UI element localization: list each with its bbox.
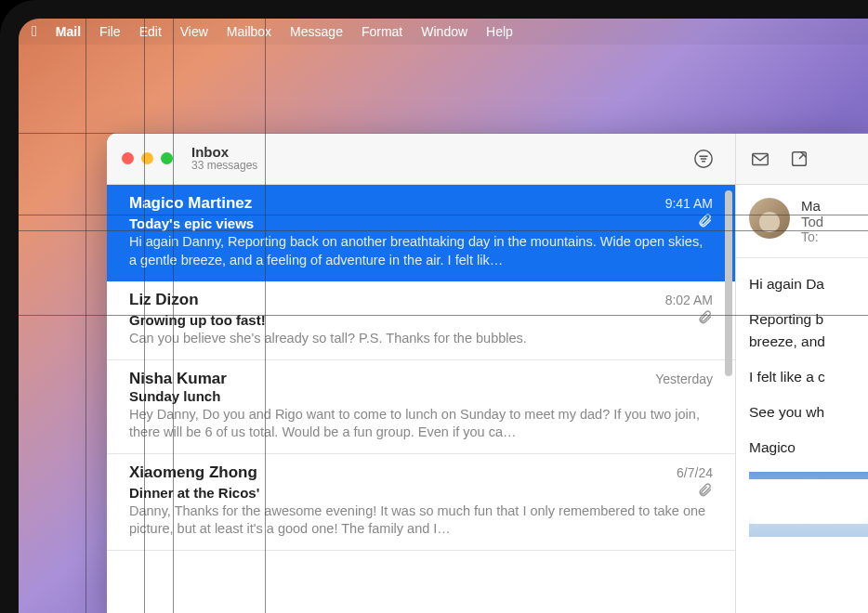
message-preview: Hey Danny, Do you and Rigo want to come … bbox=[129, 406, 713, 442]
reading-toolbar bbox=[736, 133, 868, 185]
menu-bar:  Mail File Edit View Mailbox Message Fo… bbox=[19, 19, 868, 45]
envelope-icon bbox=[750, 149, 770, 169]
menu-edit[interactable]: Edit bbox=[139, 24, 162, 39]
message-subject: Today's epic views bbox=[129, 215, 697, 231]
window-controls bbox=[122, 152, 173, 164]
message-subject: Sunday lunch bbox=[129, 388, 713, 404]
message-sender: Nisha Kumar bbox=[129, 370, 655, 388]
reading-subject: Tod bbox=[801, 214, 823, 229]
body-line: Magico bbox=[749, 437, 868, 459]
message-time: 9:41 AM bbox=[665, 196, 713, 211]
message-subject: Dinner at the Ricos' bbox=[129, 485, 697, 501]
body-line: breeze, and bbox=[749, 331, 868, 353]
zoom-button[interactable] bbox=[161, 152, 173, 164]
menu-app[interactable]: Mail bbox=[56, 24, 81, 39]
archive-button[interactable] bbox=[743, 146, 777, 172]
minimize-button[interactable] bbox=[141, 152, 153, 164]
close-button[interactable] bbox=[122, 152, 134, 164]
message-subject: Growing up too fast! bbox=[129, 312, 697, 328]
message-time: 8:02 AM bbox=[665, 293, 713, 307]
message-preview: Danny, Thanks for the awesome evening! I… bbox=[129, 502, 713, 539]
message-sender: Xiaomeng Zhong bbox=[129, 463, 677, 482]
message-list-pane: Inbox 33 messages bbox=[107, 133, 735, 613]
message-row[interactable]: Nisha Kumar Yesterday Sunday lunch Hey D… bbox=[107, 360, 735, 454]
message-time: 6/7/24 bbox=[677, 465, 713, 480]
attachment-icon bbox=[697, 309, 713, 328]
attachment-icon bbox=[697, 482, 713, 501]
message-sender: Liz Dizon bbox=[129, 291, 665, 309]
menu-file[interactable]: File bbox=[99, 24, 121, 39]
scrollbar[interactable] bbox=[725, 190, 732, 376]
body-line: Hi again Da bbox=[749, 273, 868, 295]
message-preview: Hi again Danny, Reporting back on anothe… bbox=[129, 233, 713, 269]
body-line: I felt like a c bbox=[749, 366, 868, 388]
message-preview: Can you believe she's already so tall? P… bbox=[129, 330, 713, 348]
message-row[interactable]: Magico Martinez 9:41 AM Today's epic vie… bbox=[107, 185, 735, 281]
inline-attachment-image[interactable] bbox=[749, 472, 868, 537]
message-sender: Magico Martinez bbox=[129, 194, 665, 213]
compose-icon bbox=[789, 149, 809, 169]
apple-menu-icon[interactable]:  bbox=[32, 24, 37, 39]
attachment-icon bbox=[697, 213, 713, 231]
message-row[interactable]: Xiaomeng Zhong 6/7/24 Dinner at the Rico… bbox=[107, 454, 735, 551]
message-count: 33 messages bbox=[191, 160, 257, 172]
message-row[interactable]: Liz Dizon 8:02 AM Growing up too fast! C… bbox=[107, 281, 735, 360]
menu-message[interactable]: Message bbox=[290, 24, 343, 39]
reading-body: Hi again Da Reporting b breeze, and I fe… bbox=[736, 258, 868, 537]
avatar[interactable] bbox=[749, 198, 790, 239]
compose-button[interactable] bbox=[783, 146, 816, 172]
filter-button[interactable] bbox=[687, 146, 720, 172]
menu-mailbox[interactable]: Mailbox bbox=[227, 24, 271, 39]
menu-window[interactable]: Window bbox=[421, 24, 467, 39]
reading-header: Ma Tod To: bbox=[736, 185, 868, 258]
message-list[interactable]: Magico Martinez 9:41 AM Today's epic vie… bbox=[107, 185, 735, 613]
reading-pane: Ma Tod To: Hi again Da Reporting b breez… bbox=[735, 133, 868, 613]
desktop: Inbox 33 messages bbox=[19, 45, 868, 613]
window-titlebar: Inbox 33 messages bbox=[107, 133, 735, 185]
mail-window: Inbox 33 messages bbox=[107, 133, 868, 613]
body-line: Reporting b bbox=[749, 308, 868, 331]
menu-help[interactable]: Help bbox=[486, 24, 513, 39]
reading-from: Ma bbox=[801, 198, 823, 214]
menu-view[interactable]: View bbox=[180, 24, 208, 39]
filter-icon bbox=[693, 149, 714, 169]
menu-format[interactable]: Format bbox=[362, 24, 402, 39]
svg-rect-4 bbox=[753, 153, 769, 164]
message-time: Yesterday bbox=[655, 372, 713, 386]
mailbox-title: Inbox bbox=[191, 145, 257, 161]
body-line: See you wh bbox=[749, 401, 868, 424]
reading-to: To: bbox=[801, 229, 823, 244]
